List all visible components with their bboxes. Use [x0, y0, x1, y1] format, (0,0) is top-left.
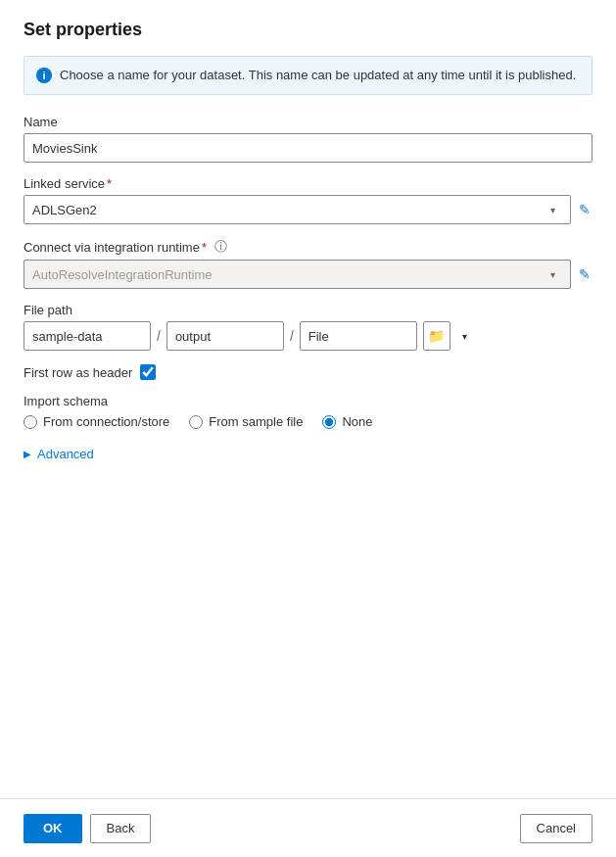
path-separator-1: / — [157, 328, 161, 344]
radio-sample-label: From sample file — [209, 414, 303, 429]
runtime-wrapper: ▾ ✎ — [24, 260, 592, 289]
runtime-label: Connect via integration runtime* — [24, 240, 207, 255]
advanced-label: Advanced — [37, 447, 94, 461]
file-path-group: File path / / 📁 ▾ — [24, 303, 592, 351]
expand-button[interactable]: ▾ — [454, 321, 476, 351]
name-group: Name — [24, 115, 592, 163]
path-separator-2: / — [290, 328, 294, 344]
runtime-info-button[interactable]: ⓘ — [213, 238, 229, 256]
ok-button[interactable]: OK — [24, 814, 82, 843]
advanced-row[interactable]: ▶ Advanced — [24, 447, 592, 461]
info-icon: i — [36, 68, 52, 83]
runtime-input — [24, 260, 571, 289]
import-schema-options: From connection/store From sample file N… — [24, 414, 592, 429]
folder-icon: 📁 — [428, 328, 445, 344]
radio-option-none[interactable]: None — [322, 414, 372, 429]
radio-none[interactable] — [322, 415, 336, 429]
file-path-label: File path — [24, 303, 592, 317]
pencil-icon: ✎ — [579, 202, 591, 217]
back-button[interactable]: Back — [90, 814, 152, 843]
info-text: Choose a name for your dataset. This nam… — [60, 67, 576, 84]
info-banner: i Choose a name for your dataset. This n… — [24, 56, 592, 95]
name-label: Name — [24, 115, 592, 129]
file-path-subfolder-input[interactable] — [166, 321, 284, 351]
import-schema-group: Import schema From connection/store From… — [24, 394, 592, 429]
page-title: Set properties — [24, 20, 592, 40]
file-path-folder-input[interactable] — [24, 321, 151, 351]
radio-none-label: None — [342, 414, 372, 429]
expand-icon: ▾ — [462, 331, 467, 342]
first-row-label: First row as header — [24, 365, 132, 380]
import-schema-label: Import schema — [24, 394, 592, 408]
radio-option-connection[interactable]: From connection/store — [24, 414, 169, 429]
file-path-row: / / 📁 ▾ — [24, 321, 592, 351]
advanced-chevron-icon: ▶ — [24, 449, 31, 459]
runtime-required-star: * — [202, 240, 207, 255]
radio-sample[interactable] — [189, 415, 203, 429]
page-container: Set properties i Choose a name for your … — [0, 0, 616, 857]
linked-service-label: Linked service* — [24, 176, 592, 191]
linked-service-edit-button[interactable]: ✎ — [577, 202, 592, 217]
required-star: * — [107, 176, 112, 191]
linked-service-select[interactable]: ADLSGen2 — [24, 195, 571, 224]
radio-connection-label: From connection/store — [43, 414, 169, 429]
browse-button[interactable]: 📁 — [423, 321, 450, 351]
footer: OK Back Cancel — [0, 798, 616, 857]
name-input[interactable] — [24, 133, 592, 163]
linked-service-group: Linked service* ADLSGen2 ▾ ✎ — [24, 176, 592, 224]
runtime-edit-button[interactable]: ✎ — [577, 266, 592, 282]
radio-option-sample[interactable]: From sample file — [189, 414, 303, 429]
linked-service-wrapper: ADLSGen2 ▾ ✎ — [24, 195, 592, 224]
cancel-button[interactable]: Cancel — [520, 814, 592, 843]
runtime-pencil-icon: ✎ — [579, 266, 591, 282]
radio-connection[interactable] — [24, 415, 37, 429]
first-row-group: First row as header — [24, 364, 592, 380]
runtime-group: Connect via integration runtime* ⓘ ▾ ✎ — [24, 238, 592, 289]
file-path-filename-input[interactable] — [300, 321, 417, 351]
first-row-checkbox[interactable] — [140, 364, 156, 380]
runtime-label-row: Connect via integration runtime* ⓘ — [24, 238, 592, 256]
